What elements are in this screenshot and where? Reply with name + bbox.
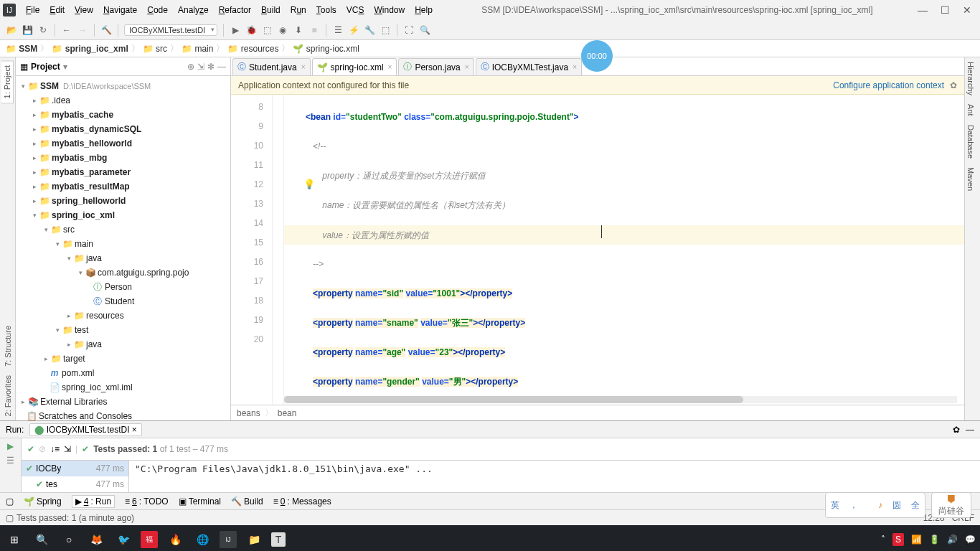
- tab-hierarchy[interactable]: Hierarchy: [965, 57, 976, 100]
- tree-target[interactable]: ▸📁target: [16, 352, 230, 366]
- back-icon[interactable]: ←: [61, 24, 72, 36]
- app-icon[interactable]: 🦊: [86, 529, 106, 550]
- test-tree[interactable]: ✔IOCBy477 ms ✔tes477 ms: [22, 461, 129, 492]
- tree-mybatis-dynamicsql[interactable]: ▸📁mybatis_dynamicSQL: [16, 122, 230, 136]
- tray-up-icon[interactable]: ˄: [881, 534, 885, 545]
- crumb-beans[interactable]: beans: [237, 408, 260, 418]
- search-icon[interactable]: 🔍: [419, 24, 430, 36]
- rerun-button[interactable]: ▶: [7, 441, 14, 451]
- project-tree[interactable]: ▾📁SSMD:\IDEA\workspace\SSM ▸📁.idea ▸📁myb…: [16, 76, 230, 420]
- tray-battery-icon[interactable]: 🔋: [929, 534, 940, 545]
- hide-panel-icon[interactable]: —: [217, 62, 226, 72]
- menu-run[interactable]: Run: [286, 2, 311, 18]
- tool-spring[interactable]: 🌱 Spring: [24, 496, 62, 507]
- locate-icon[interactable]: ⊕: [187, 62, 194, 72]
- tree-main[interactable]: ▾📁main: [16, 237, 230, 251]
- tab-ant[interactable]: Ant: [965, 100, 976, 121]
- stop-button[interactable]: ■: [308, 24, 320, 36]
- menu-edit[interactable]: Edit: [45, 2, 69, 18]
- tree-root[interactable]: ▾📁SSMD:\IDEA\workspace\SSM: [16, 79, 230, 93]
- tree-resources[interactable]: ▸📁resources: [16, 309, 230, 323]
- tree-mybatis-cache[interactable]: ▸📁mybatis_cache: [16, 108, 230, 122]
- tree-package[interactable]: ▾📦com.atguigu.spring.pojo: [16, 265, 230, 280]
- tab-test-java[interactable]: ⒸIOCByXMLTest.java×: [476, 58, 582, 75]
- menu-build[interactable]: Build: [257, 2, 285, 18]
- tree-test[interactable]: ▾📁test: [16, 323, 230, 337]
- tool2-icon[interactable]: ⚡: [348, 24, 359, 36]
- tree-scratches[interactable]: 📋Scratches and Consoles: [16, 409, 230, 420]
- banner-gear-icon[interactable]: ✿: [950, 80, 957, 90]
- bc-src[interactable]: 📁 src: [143, 44, 167, 54]
- tray-ime-icon[interactable]: S: [892, 533, 904, 546]
- tree-mybatis-helloworld[interactable]: ▸📁mybatis_helloworld: [16, 136, 230, 151]
- save-icon[interactable]: 💾: [22, 24, 33, 36]
- coverage-button[interactable]: ⬚: [261, 24, 273, 36]
- attach-button[interactable]: ⬇: [293, 24, 304, 36]
- debug-button[interactable]: 🐞: [245, 24, 257, 36]
- tab-maven[interactable]: Maven: [965, 163, 976, 195]
- fold-column[interactable]: 💡: [273, 95, 284, 405]
- system-tray[interactable]: ˄ S 📶 🔋 🔊 💬: [881, 533, 976, 546]
- tree-test-java[interactable]: ▸📁java: [16, 337, 230, 352]
- intellij-icon[interactable]: IJ: [220, 531, 237, 548]
- run-output[interactable]: "C:\Program Files\Java\jdk1.8.0_151\bin\…: [129, 461, 980, 492]
- cortana-button[interactable]: ○: [59, 529, 79, 550]
- tool1-icon[interactable]: ☰: [332, 24, 344, 36]
- search-button[interactable]: 🔍: [32, 529, 52, 550]
- tray-wifi-icon[interactable]: 📶: [911, 534, 922, 545]
- project-view-dropdown[interactable]: ▾: [63, 62, 67, 72]
- minimize-button[interactable]: —: [918, 4, 928, 16]
- expand-icon[interactable]: ⇲: [64, 444, 71, 454]
- start-button[interactable]: ⊞: [4, 529, 24, 550]
- tray-notif-icon[interactable]: 💬: [965, 534, 976, 545]
- tree-iml[interactable]: 📄spring_ioc_xml.iml: [16, 380, 230, 395]
- tree-idea[interactable]: ▸📁.idea: [16, 93, 230, 108]
- expand-icon[interactable]: ⛶: [403, 24, 415, 36]
- tree-mybatis-parameter[interactable]: ▸📁mybatis_parameter: [16, 165, 230, 179]
- crumb-bean[interactable]: bean: [278, 408, 297, 418]
- tree-spring-ioc-xml[interactable]: ▾📁spring_ioc_xml: [16, 208, 230, 222]
- tab-project[interactable]: 1: Project: [1, 60, 14, 103]
- close-icon[interactable]: ×: [573, 63, 577, 71]
- tree-external-libraries[interactable]: ▸📚External Libraries: [16, 395, 230, 409]
- bc-main[interactable]: 📁 main: [182, 44, 213, 54]
- refresh-icon[interactable]: ↻: [37, 24, 49, 36]
- tree-java[interactable]: ▾📁java: [16, 251, 230, 265]
- app-icon[interactable]: 🐦: [113, 529, 133, 550]
- tool-build[interactable]: 🔨 Build: [231, 496, 263, 507]
- bc-resources[interactable]: 📁 resources: [227, 44, 278, 54]
- rerun-failed-button[interactable]: ☰: [6, 456, 14, 466]
- close-icon[interactable]: ×: [465, 63, 469, 71]
- maximize-button[interactable]: ☐: [941, 4, 950, 16]
- tab-spring-ioc-xml[interactable]: 🌱spring-ioc.xml×: [312, 58, 397, 75]
- menu-view[interactable]: View: [70, 2, 98, 18]
- panel-settings-icon[interactable]: ✻: [207, 62, 215, 72]
- tree-pom[interactable]: mpom.xml: [16, 366, 230, 380]
- tab-person-java[interactable]: ⒾPerson.java×: [398, 58, 473, 75]
- app-icon[interactable]: T: [271, 532, 286, 547]
- tab-database[interactable]: Database: [965, 121, 976, 163]
- code-editor[interactable]: 8910 111213 141516 171819 20 💡 <bean id=…: [231, 95, 964, 405]
- tray-volume-icon[interactable]: 🔊: [947, 534, 958, 545]
- close-icon[interactable]: ×: [301, 63, 306, 71]
- bc-file[interactable]: 🌱 spring-ioc.xml: [293, 44, 359, 54]
- menu-tools[interactable]: Tools: [312, 2, 341, 18]
- sort-icon[interactable]: ↓≡: [50, 444, 60, 454]
- tree-mybatis-resultmap[interactable]: ▸📁mybatis_resultMap: [16, 179, 230, 194]
- tool-messages[interactable]: ≡ 0: Messages: [273, 496, 331, 507]
- app-icon[interactable]: 福: [141, 531, 158, 548]
- run-config-dropdown[interactable]: IOCByXMLTest.testDI: [124, 24, 217, 36]
- menu-file[interactable]: FFileile: [22, 2, 44, 18]
- menu-code[interactable]: Code: [143, 2, 172, 18]
- tool-todo[interactable]: ≡ 6: TODO: [125, 496, 169, 507]
- run-config-tab[interactable]: ⬤ IOCByXMLTest.testDI ×: [29, 423, 142, 436]
- tree-student[interactable]: ⒸStudent: [16, 294, 230, 309]
- menu-vcs[interactable]: VCS: [342, 2, 369, 18]
- tab-favorites[interactable]: 2: Favorites: [2, 371, 14, 420]
- editor-scrollbar[interactable]: [284, 396, 957, 403]
- build-icon[interactable]: 🔨: [100, 24, 112, 36]
- intention-bulb-icon[interactable]: 💡: [303, 179, 315, 189]
- menu-navigate[interactable]: Navigate: [99, 2, 141, 18]
- open-icon[interactable]: 📂: [6, 24, 17, 36]
- menu-refactor[interactable]: Refactor: [215, 2, 255, 18]
